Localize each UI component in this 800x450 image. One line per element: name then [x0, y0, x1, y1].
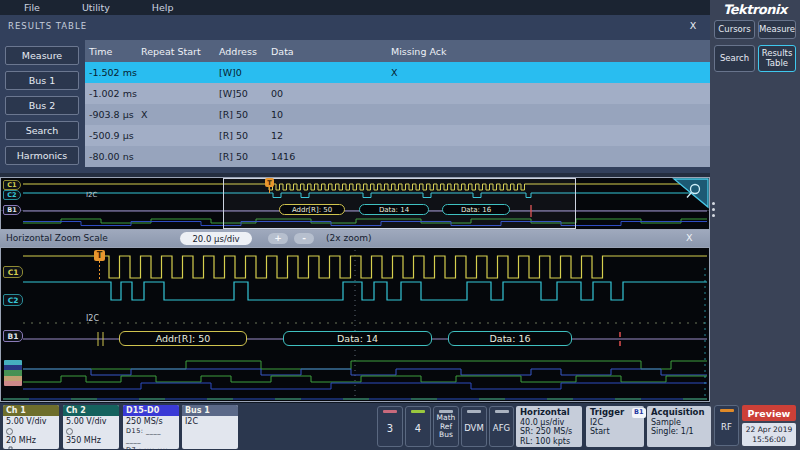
results-table-button[interactable]: Results Table	[758, 45, 796, 72]
digital-d7-activity: D7 : :::: ::::	[126, 446, 176, 450]
cell-data: 1416	[271, 151, 391, 162]
dvm-label: DVM	[462, 423, 486, 433]
bus1-badge-title: Bus 1	[182, 405, 238, 416]
table-row[interactable]: -1.502 ms [W]0 X	[85, 62, 710, 83]
probe-icon	[6, 428, 13, 435]
waveform-overview[interactable]: C1 C2 B1 I2C T Addr[R]: 50 Data: 14 Data…	[0, 177, 710, 230]
zoom-scale-value[interactable]: 20.0 µs/div	[180, 232, 252, 245]
zoom-factor-label: (2x zoom)	[326, 233, 371, 243]
trigger-marker[interactable]: T	[94, 250, 105, 261]
cell-address: [R] 50	[219, 109, 271, 120]
tab-harmonics[interactable]: Harmonics	[5, 146, 79, 165]
cell-time: -80.00 ns	[89, 151, 141, 162]
trigger-mode: Start	[590, 427, 640, 437]
horizontal-scale: 40.0 µs/div	[520, 418, 578, 428]
channel-badge-c2[interactable]: C2	[3, 190, 21, 200]
button-stripe	[467, 410, 481, 413]
afg-label: AFG	[490, 423, 513, 433]
tab-bus2[interactable]: Bus 2	[5, 96, 79, 115]
trigger-marker[interactable]: T	[265, 178, 274, 187]
close-icon[interactable]: X	[686, 19, 700, 33]
cursors-button[interactable]: Cursors	[714, 20, 755, 39]
channel-badge-c1[interactable]: C1	[3, 180, 21, 190]
menu-bar: File Utility Help	[0, 0, 710, 15]
horizontal-panel[interactable]: Horizontal 40.0 µs/div SR: 250 MS/s RL: …	[516, 406, 582, 447]
datetime-display: 22 Apr 2019 15:56:00	[742, 423, 796, 446]
bus1-type: I2C	[185, 417, 235, 427]
ch1-badge-title: Ch 1	[3, 405, 59, 416]
bus-type-label: I2C	[86, 314, 99, 323]
cell-data: 00	[271, 88, 391, 99]
table-row[interactable]: -80.00 ns [R] 50 1416	[85, 146, 710, 167]
ch4-button[interactable]: 4	[405, 406, 431, 447]
digital-group-label[interactable]	[4, 360, 22, 386]
rf-button[interactable]: RF	[714, 405, 739, 446]
table-row[interactable]: -500.9 µs [R] 50 12	[85, 125, 710, 146]
table-row[interactable]: -903.8 µs X [R] 50 10	[85, 104, 710, 125]
cell-time: -1.002 ms	[89, 88, 141, 99]
afg-button[interactable]: AFG	[489, 406, 514, 447]
ch4-color-stripe	[411, 410, 425, 413]
acquisition-title: Acquisition	[651, 408, 707, 418]
trigger-source-badge: B1	[632, 408, 645, 418]
math-ref-bus-button[interactable]: Math Ref Bus	[433, 406, 459, 447]
bandwidth-limit-icon	[6, 446, 14, 450]
channel-badge-c1[interactable]: C1	[3, 266, 23, 278]
dvm-button[interactable]: DVM	[461, 406, 487, 447]
acquisition-status: Single: 1/1	[651, 427, 707, 437]
bus-badge-b1[interactable]: B1	[3, 205, 21, 215]
main-traces	[1, 248, 709, 401]
horizontal-sample-rate: SR: 250 MS/s	[520, 427, 578, 437]
decode-box-address: Addr[R]: 50	[279, 204, 345, 215]
decode-box-data1: Data: 14	[283, 331, 432, 346]
kebab-menu-icon[interactable]	[712, 202, 715, 220]
menu-item-file[interactable]: File	[24, 2, 40, 13]
zoom-in-button[interactable]: +	[268, 233, 288, 244]
acquisition-mode: Sample	[651, 418, 707, 428]
ch1-bandwidth: 20 MHz	[6, 436, 36, 445]
cell-address: [R] 50	[219, 130, 271, 141]
search-button[interactable]: Search	[714, 45, 755, 72]
table-row[interactable]: -1.002 ms [W]50 00	[85, 83, 710, 104]
bus-badge-b1[interactable]: B1	[3, 330, 23, 342]
channel-badge-c2[interactable]: C2	[3, 294, 23, 306]
ch1-scale: 5.00 V/div	[6, 417, 56, 427]
probe-icon	[66, 428, 73, 435]
results-table: Time Repeat Start Address Data Missing A…	[85, 40, 710, 167]
measure-button[interactable]: Measure	[758, 20, 796, 39]
tab-bus1[interactable]: Bus 1	[5, 71, 79, 90]
digital-badge-title: D15-D0	[123, 405, 179, 416]
digital-badge[interactable]: D15-D0 250 MS/s D15: ____ ____ D7 : ::::…	[123, 405, 179, 449]
menu-item-help[interactable]: Help	[152, 2, 174, 13]
waveform-main[interactable]: C1 C2 B1 I2C T Addr[R]: 50 Data: 14 Data…	[0, 247, 710, 402]
table-header: Time Repeat Start Address Data Missing A…	[85, 40, 710, 62]
tab-measure[interactable]: Measure	[5, 46, 79, 65]
ch3-button[interactable]: 3	[377, 406, 403, 447]
tab-search[interactable]: Search	[5, 121, 79, 140]
preview-button[interactable]: Preview	[742, 405, 796, 421]
col-time: Time	[89, 46, 141, 57]
date-label: 22 Apr 2019	[742, 425, 796, 435]
tektronix-logo: Tektronix	[710, 2, 800, 17]
rf-color-stripe	[720, 409, 734, 412]
ch2-bandwidth: 350 MHz	[66, 436, 116, 446]
rf-label: RF	[715, 422, 738, 432]
trigger-panel[interactable]: Trigger B1 I2C Start	[586, 406, 644, 447]
menu-item-utility[interactable]: Utility	[82, 2, 110, 13]
bus1-badge[interactable]: Bus 1 I2C	[182, 405, 238, 449]
button-stripe	[495, 410, 509, 413]
zoom-bar-label: Horizontal Zoom Scale	[6, 233, 108, 243]
math-ref-bus-label: Math Ref Bus	[434, 414, 458, 440]
cell-time: -1.502 ms	[89, 67, 141, 78]
col-data: Data	[271, 46, 391, 57]
cell-time: -903.8 µs	[89, 109, 141, 120]
ch2-badge[interactable]: Ch 2 5.00 V/div 350 MHz	[63, 405, 119, 449]
bottom-bar: Ch 1 5.00 V/div 20 MHz Ch 2 5.00 V/div 3…	[0, 402, 710, 450]
ch2-badge-title: Ch 2	[63, 405, 119, 416]
acquisition-panel[interactable]: Acquisition Sample Single: 1/1	[647, 406, 711, 447]
cell-repeat-start: X	[141, 109, 219, 120]
zoom-out-button[interactable]: -	[294, 233, 314, 244]
cell-address: [W]50	[219, 88, 271, 99]
close-icon[interactable]: X	[686, 232, 693, 243]
ch1-badge[interactable]: Ch 1 5.00 V/div 20 MHz	[3, 405, 59, 449]
